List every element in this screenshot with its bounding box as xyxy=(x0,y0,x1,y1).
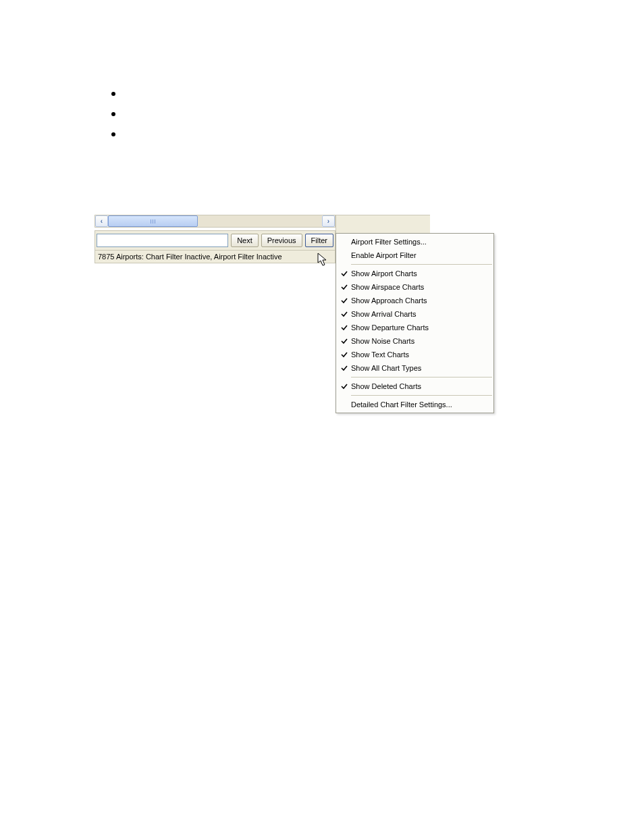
scroll-grip-icon xyxy=(151,219,156,224)
scroll-right-arrow-icon[interactable]: › xyxy=(322,215,335,227)
panel-header-gap xyxy=(336,215,430,235)
menu-separator xyxy=(351,395,492,396)
bullet-icon xyxy=(111,132,115,136)
menu-item-show-airspace-charts[interactable]: Show Airspace Charts xyxy=(336,280,493,294)
check-icon xyxy=(339,365,350,371)
check-icon xyxy=(339,297,350,304)
scroll-left-arrow-icon[interactable]: ‹ xyxy=(95,215,108,227)
menu-item-show-arrival-charts[interactable]: Show Arrival Charts xyxy=(336,307,493,321)
menu-item-show-departure-charts[interactable]: Show Departure Charts xyxy=(336,321,493,334)
status-text: 7875 Airports: Chart Filter Inactive, Ai… xyxy=(95,251,336,263)
filter-context-menu: Airport Filter Settings... Enable Airpor… xyxy=(336,233,494,413)
check-icon xyxy=(339,270,350,277)
bullet-icon xyxy=(111,92,115,96)
menu-item-show-approach-charts[interactable]: Show Approach Charts xyxy=(336,294,493,307)
check-icon xyxy=(339,351,350,358)
airport-list-panel: ‹ › Next Previous Filter 7875 Airports: … xyxy=(95,215,336,263)
scroll-thumb[interactable] xyxy=(108,215,198,227)
menu-label: Show All Chart Types xyxy=(350,364,489,372)
menu-item-show-deleted-charts[interactable]: Show Deleted Charts xyxy=(336,380,493,393)
menu-label: Show Deleted Charts xyxy=(350,382,489,390)
scroll-track[interactable] xyxy=(108,215,322,227)
previous-button[interactable]: Previous xyxy=(261,234,302,247)
search-input[interactable] xyxy=(97,234,228,247)
chevron-left-icon: ‹ xyxy=(101,217,103,225)
search-controls-row: Next Previous Filter xyxy=(95,230,336,251)
check-icon xyxy=(339,284,350,290)
menu-item-airport-filter-settings[interactable]: Airport Filter Settings... xyxy=(336,235,493,249)
bullet-list xyxy=(111,76,115,153)
menu-label: Show Airspace Charts xyxy=(350,283,489,291)
menu-item-show-noise-charts[interactable]: Show Noise Charts xyxy=(336,334,493,348)
menu-item-show-text-charts[interactable]: Show Text Charts xyxy=(336,348,493,361)
menu-label: Show Departure Charts xyxy=(350,323,489,332)
menu-item-enable-airport-filter[interactable]: Enable Airport Filter xyxy=(336,249,493,262)
check-icon xyxy=(339,311,350,317)
chevron-right-icon: › xyxy=(327,217,329,225)
menu-label: Detailed Chart Filter Settings... xyxy=(350,400,489,409)
horizontal-scrollbar[interactable]: ‹ › xyxy=(95,215,336,228)
menu-item-detailed-chart-filter-settings[interactable]: Detailed Chart Filter Settings... xyxy=(336,398,493,411)
menu-label: Show Arrival Charts xyxy=(350,310,489,318)
filter-button[interactable]: Filter xyxy=(305,234,333,247)
menu-label: Enable Airport Filter xyxy=(350,251,489,259)
menu-label: Airport Filter Settings... xyxy=(350,238,489,246)
menu-separator xyxy=(351,377,492,377)
check-icon xyxy=(339,338,350,344)
menu-label: Show Airport Charts xyxy=(350,269,489,278)
menu-label: Show Approach Charts xyxy=(350,296,489,305)
menu-label: Show Noise Charts xyxy=(350,337,489,345)
check-icon xyxy=(339,324,350,331)
bullet-icon xyxy=(111,112,115,116)
menu-separator xyxy=(351,264,492,265)
menu-item-show-airport-charts[interactable]: Show Airport Charts xyxy=(336,267,493,280)
menu-item-show-all-chart-types[interactable]: Show All Chart Types xyxy=(336,361,493,375)
check-icon xyxy=(339,383,350,390)
next-button[interactable]: Next xyxy=(231,234,259,247)
menu-label: Show Text Charts xyxy=(350,350,489,359)
